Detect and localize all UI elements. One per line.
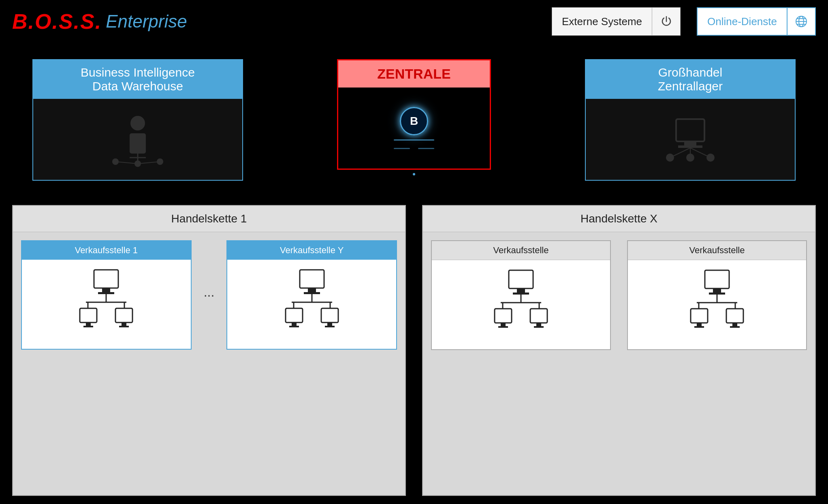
logo-area: B.O.S.S. Enterprise bbox=[12, 9, 187, 34]
svg-rect-6 bbox=[130, 133, 146, 154]
svg-rect-31 bbox=[80, 308, 97, 322]
handelskette1-body: Verkaufsstelle 1 bbox=[13, 232, 405, 358]
svg-line-13 bbox=[138, 162, 160, 164]
logo-enterprise: Enterprise bbox=[106, 11, 187, 32]
svg-rect-35 bbox=[122, 322, 126, 326]
svg-rect-58 bbox=[501, 323, 506, 326]
zentrale-underline bbox=[394, 139, 434, 141]
svg-rect-52 bbox=[513, 293, 529, 295]
svg-rect-32 bbox=[86, 322, 91, 326]
svg-rect-60 bbox=[530, 309, 547, 323]
power-icon bbox=[652, 7, 680, 36]
svg-rect-72 bbox=[694, 326, 704, 328]
logo-dot2: . bbox=[52, 10, 58, 33]
grosshandel-box[interactable]: Großhandel Zentrallager bbox=[585, 59, 796, 181]
online-dienste-label: Online-Dienste bbox=[698, 15, 787, 28]
externe-systeme-button[interactable]: Externe Systeme bbox=[552, 7, 681, 36]
verkaufX2-network-icon bbox=[689, 268, 745, 341]
verkaufsstelle-x2-body bbox=[628, 260, 806, 349]
svg-rect-57 bbox=[495, 309, 512, 323]
logo-boss: B.O.S.S. bbox=[12, 9, 102, 34]
logo-dot3: . bbox=[74, 10, 80, 33]
bi-datawarehouse-header: Business Intelligence Data Warehouse bbox=[33, 60, 242, 99]
svg-rect-38 bbox=[308, 288, 316, 292]
zentrale-header: ZENTRALE bbox=[338, 60, 490, 88]
online-dienste-button[interactable]: Online-Dienste bbox=[697, 7, 816, 36]
verkaufsstelleY-box[interactable]: Verkaufsstelle Y bbox=[226, 240, 397, 350]
svg-rect-33 bbox=[83, 326, 93, 327]
verkaufsstelle-x2-box[interactable]: Verkaufsstelle bbox=[627, 240, 807, 350]
grosshandel-body bbox=[586, 99, 795, 180]
svg-rect-14 bbox=[676, 119, 704, 141]
zentrale-col: ZENTRALE B bbox=[337, 59, 491, 175]
svg-rect-47 bbox=[321, 308, 338, 322]
handelskette2-box[interactable]: Handelskette X Verkaufsstelle bbox=[422, 205, 816, 496]
svg-rect-34 bbox=[115, 308, 132, 322]
zentrale-b-logo: B bbox=[400, 107, 428, 135]
svg-rect-74 bbox=[732, 323, 737, 326]
svg-rect-59 bbox=[498, 326, 508, 328]
svg-rect-75 bbox=[730, 326, 740, 328]
svg-rect-63 bbox=[705, 270, 729, 288]
dots-separator: ··· bbox=[200, 240, 219, 350]
svg-rect-46 bbox=[289, 326, 299, 327]
svg-rect-65 bbox=[709, 293, 725, 295]
logo-o-letter: O bbox=[35, 10, 52, 33]
svg-rect-71 bbox=[697, 323, 702, 326]
handelskette2-body: Verkaufsstelle bbox=[423, 232, 815, 358]
handelskette1-header: Handelskette 1 bbox=[13, 206, 405, 232]
verkaufsstelleY-header: Verkaufsstelle Y bbox=[227, 241, 396, 260]
verkaufsstelle-x1-header: Verkaufsstelle bbox=[432, 241, 610, 260]
svg-rect-37 bbox=[300, 270, 324, 288]
verkaufY-network-icon bbox=[284, 268, 340, 341]
verkaufsstelle1-body bbox=[22, 260, 191, 349]
svg-rect-50 bbox=[509, 270, 533, 288]
verkaufsstelle-x1-box[interactable]: Verkaufsstelle bbox=[431, 240, 611, 350]
svg-rect-62 bbox=[534, 326, 544, 328]
svg-rect-24 bbox=[102, 288, 110, 292]
zentrale-line2 bbox=[418, 148, 434, 149]
grosshandel-header: Großhandel Zentrallager bbox=[586, 60, 795, 99]
logo-s1-letter: S bbox=[59, 10, 74, 33]
grosshandel-title-line2: Zentrallager bbox=[594, 79, 787, 93]
zentrale-dots-row bbox=[394, 148, 434, 149]
handelskette2-header: Handelskette X bbox=[423, 206, 815, 232]
verkauf1-network-icon bbox=[78, 268, 134, 341]
svg-rect-36 bbox=[119, 326, 129, 327]
connector-dot bbox=[413, 173, 415, 175]
header: B.O.S.S. Enterprise Externe Systeme Onli… bbox=[0, 0, 828, 43]
svg-rect-70 bbox=[691, 309, 708, 323]
handelskette1-box[interactable]: Handelskette 1 Verkaufsstelle 1 bbox=[12, 205, 406, 496]
globe-icon bbox=[787, 7, 815, 36]
logo-s2-letter: S bbox=[80, 10, 95, 33]
svg-rect-16 bbox=[678, 145, 702, 148]
logo-b-letter: B bbox=[12, 10, 28, 33]
svg-rect-44 bbox=[286, 308, 303, 322]
svg-rect-64 bbox=[713, 288, 721, 293]
svg-rect-39 bbox=[304, 292, 320, 294]
bi-datawarehouse-box[interactable]: Business Intelligence Data Warehouse bbox=[32, 59, 243, 181]
verkaufsstelle1-box[interactable]: Verkaufsstelle 1 bbox=[21, 240, 192, 350]
verkaufsstelle-x2-header: Verkaufsstelle bbox=[628, 241, 806, 260]
verkaufsstelleY-body bbox=[227, 260, 396, 349]
grosshandel-title-line1: Großhandel bbox=[594, 66, 787, 79]
svg-rect-25 bbox=[98, 292, 114, 294]
svg-rect-51 bbox=[517, 288, 525, 293]
logo-dot1: . bbox=[28, 10, 35, 33]
svg-line-12 bbox=[115, 162, 138, 164]
bottom-section: Handelskette 1 Verkaufsstelle 1 bbox=[0, 181, 828, 504]
verkaufX1-network-icon bbox=[493, 268, 549, 341]
externe-systeme-label: Externe Systeme bbox=[552, 15, 652, 28]
svg-point-5 bbox=[130, 116, 145, 130]
zentrale-line1 bbox=[394, 148, 410, 149]
grosshandel-server-icon bbox=[660, 111, 721, 168]
svg-rect-15 bbox=[684, 141, 696, 145]
svg-rect-45 bbox=[292, 322, 297, 326]
svg-rect-49 bbox=[325, 326, 335, 327]
logo-dot4: . bbox=[95, 10, 102, 33]
svg-rect-23 bbox=[94, 270, 118, 288]
zentrale-box[interactable]: ZENTRALE B bbox=[337, 59, 491, 170]
verkaufsstelle-x1-body bbox=[432, 260, 610, 349]
verkaufsstelle1-header: Verkaufsstelle 1 bbox=[22, 241, 191, 260]
svg-rect-48 bbox=[327, 322, 332, 326]
